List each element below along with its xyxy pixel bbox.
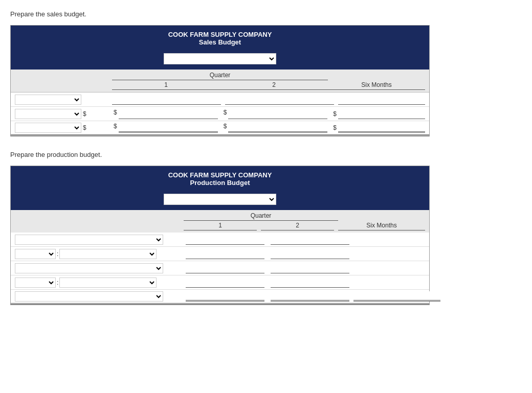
prod-row4-q1-input[interactable] bbox=[186, 278, 264, 288]
sales-row3-select[interactable] bbox=[15, 123, 81, 133]
prod-row4-q2-input[interactable] bbox=[271, 278, 349, 288]
prod-row3-q1-input[interactable] bbox=[186, 263, 264, 273]
prod-row2-select-right[interactable] bbox=[59, 249, 157, 259]
sales-data-row-3: $ $ $ $ bbox=[11, 121, 429, 136]
prod-quarter-label: Quarter bbox=[184, 212, 338, 221]
prod-row-4: : bbox=[11, 275, 429, 290]
sales-row3-six-dollar: $ bbox=[333, 124, 337, 131]
prod-row5-six-input[interactable] bbox=[353, 291, 440, 302]
sales-row2-q2-input[interactable] bbox=[228, 109, 327, 119]
sales-instruction: Prepare the sales budget. bbox=[10, 10, 522, 18]
sales-period-select[interactable] bbox=[164, 53, 276, 64]
sales-q2-header: 2 bbox=[220, 81, 328, 90]
sales-q1-header: 1 bbox=[112, 81, 220, 90]
sales-row2-inputs: $ $ bbox=[112, 109, 331, 119]
sales-row3-q2-dollar: $ bbox=[224, 123, 227, 133]
prod-row3-select[interactable] bbox=[15, 263, 163, 273]
sales-company-name: COOK FARM SUPPLY COMPANY bbox=[15, 31, 425, 38]
sales-header-dropdown-row bbox=[11, 50, 429, 70]
prod-row4-colon: : bbox=[57, 279, 58, 286]
prod-row2-q2-input[interactable] bbox=[271, 249, 349, 259]
sales-row3-dollar: $ bbox=[83, 124, 86, 131]
prod-row1-select[interactable] bbox=[15, 235, 163, 245]
sales-row3-q1-input[interactable] bbox=[119, 123, 218, 133]
prod-row-2: : bbox=[11, 247, 429, 261]
prod-company-name: COOK FARM SUPPLY COMPANY bbox=[15, 171, 425, 179]
sales-row2-six-dollar: $ bbox=[333, 110, 337, 118]
prod-row3-q2-input[interactable] bbox=[271, 263, 349, 273]
sales-row3-inputs: $ $ bbox=[112, 123, 331, 133]
sales-row2-q1-input[interactable] bbox=[119, 109, 218, 119]
prod-row4-select-right[interactable] bbox=[59, 278, 157, 288]
sales-data-cols: Quarter 1 2 bbox=[112, 72, 328, 90]
prod-row-5 bbox=[11, 290, 429, 305]
prod-row1-label bbox=[15, 235, 184, 245]
sales-row1-six-input[interactable] bbox=[338, 95, 425, 105]
sales-row3-q1-dollar: $ bbox=[114, 123, 117, 133]
sales-row2-select[interactable] bbox=[15, 109, 81, 119]
prod-row2-q1-input[interactable] bbox=[186, 249, 264, 259]
prod-row2-select-left[interactable] bbox=[15, 249, 56, 259]
sales-row1-q1-input[interactable] bbox=[112, 95, 221, 105]
prod-row1-q1-input[interactable] bbox=[186, 235, 264, 245]
prod-q1-header: 1 bbox=[184, 222, 257, 230]
sales-row2-six-input[interactable] bbox=[338, 109, 425, 119]
prod-q2-header: 2 bbox=[261, 222, 334, 230]
production-instruction: Prepare the production budget. bbox=[10, 151, 522, 158]
sales-table-title: Sales Budget bbox=[15, 38, 425, 46]
prod-row4-label: : bbox=[15, 278, 184, 288]
prod-row5-q2-input[interactable] bbox=[271, 291, 349, 302]
prod-row-1 bbox=[11, 233, 429, 247]
prod-header-dropdown-row bbox=[11, 191, 429, 210]
sales-six-months-header: Six Months bbox=[328, 81, 425, 90]
sales-row3-q2-input[interactable] bbox=[228, 123, 327, 133]
prod-table-header: COOK FARM SUPPLY COMPANY Production Budg… bbox=[11, 166, 429, 191]
prod-row4-select-left[interactable] bbox=[15, 278, 56, 288]
prod-row5-label bbox=[15, 291, 184, 302]
prod-six-header: Six Months bbox=[338, 222, 425, 230]
sales-col-headers: Quarter 1 2 Six Months bbox=[11, 70, 429, 93]
production-budget-table: COOK FARM SUPPLY COMPANY Production Budg… bbox=[10, 166, 430, 305]
prod-row2-colon: : bbox=[57, 250, 58, 258]
sales-row1-select[interactable] bbox=[15, 95, 81, 105]
sales-data-row-1 bbox=[11, 93, 429, 107]
prod-period-select[interactable] bbox=[164, 194, 276, 205]
sales-quarter-nums: 1 2 bbox=[112, 81, 328, 90]
sales-quarter-block: Quarter 1 2 bbox=[112, 72, 328, 90]
sales-row1-q2-input[interactable] bbox=[225, 95, 334, 105]
prod-table-title: Production Budget bbox=[15, 179, 425, 187]
sales-row1-label bbox=[15, 95, 112, 105]
sales-row1-inputs bbox=[112, 95, 338, 105]
sales-row2-q1-dollar: $ bbox=[114, 109, 117, 119]
prod-col-headers: Quarter 1 2 Six Months bbox=[11, 210, 429, 233]
prod-row3-label bbox=[15, 263, 184, 273]
prod-row2-label: : bbox=[15, 249, 184, 259]
sales-quarter-title: Quarter bbox=[112, 72, 328, 80]
sales-table-header: COOK FARM SUPPLY COMPANY Sales Budget bbox=[11, 26, 429, 50]
prod-row1-q2-input[interactable] bbox=[271, 235, 349, 245]
prod-row5-q1-input[interactable] bbox=[186, 291, 264, 302]
prod-row5-select[interactable] bbox=[15, 291, 163, 302]
sales-row3-six-input[interactable] bbox=[338, 123, 425, 133]
sales-row2-q2-dollar: $ bbox=[224, 109, 227, 119]
sales-row3-label: $ bbox=[15, 123, 112, 133]
prod-row-3 bbox=[11, 261, 429, 275]
sales-row2-dollar: $ bbox=[83, 110, 86, 118]
sales-budget-table: COOK FARM SUPPLY COMPANY Sales Budget Qu… bbox=[10, 25, 430, 136]
sales-row2-label: $ bbox=[15, 109, 112, 119]
sales-data-row-2: $ $ $ $ bbox=[11, 107, 429, 121]
